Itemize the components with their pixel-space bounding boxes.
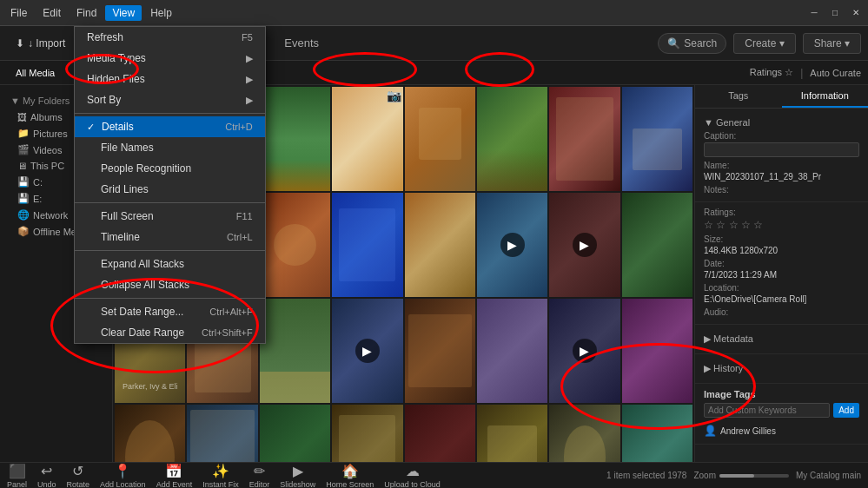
custom-keyword-input[interactable] bbox=[704, 403, 830, 418]
sidebar-item-albums[interactable]: 🖼 Albums bbox=[0, 109, 112, 125]
sidebar-item-c[interactable]: 💾 C: bbox=[0, 174, 112, 190]
sidebar-section-my-folders[interactable]: ▼ My Folders bbox=[0, 92, 112, 109]
photo-item[interactable] bbox=[549, 405, 620, 462]
photo-item[interactable] bbox=[405, 87, 475, 191]
menu-find[interactable]: Find bbox=[70, 5, 103, 21]
add-location-tool[interactable]: 📍 Add Location bbox=[100, 463, 146, 489]
menu-edit[interactable]: Edit bbox=[36, 5, 68, 21]
date-value: 7/1/2023 11:29 AM bbox=[704, 270, 859, 280]
photo-item[interactable]: ▶ bbox=[477, 193, 547, 297]
photo-item[interactable] bbox=[187, 193, 257, 297]
photo-item[interactable] bbox=[187, 299, 257, 403]
history-collapse[interactable]: ▶ History bbox=[704, 359, 859, 378]
photo-item[interactable] bbox=[622, 405, 692, 462]
sub-nav-all-media[interactable]: All Media bbox=[7, 66, 63, 80]
selected-count: 1 item selected bbox=[606, 471, 665, 480]
sidebar-item-offline[interactable]: 📦 Offline Media bbox=[0, 223, 112, 240]
sidebar-item-videos[interactable]: 🎬 Videos bbox=[0, 142, 112, 158]
instant-fix-tool[interactable]: ✨ Instant Fix bbox=[202, 463, 239, 489]
photo-item[interactable] bbox=[549, 87, 620, 191]
photo-item[interactable] bbox=[405, 193, 475, 297]
maximize-button[interactable]: □ bbox=[826, 4, 844, 22]
photo-item[interactable]: 📷 bbox=[332, 87, 402, 191]
zoom-label: Zoom bbox=[693, 471, 716, 480]
photo-item[interactable]: ▶ bbox=[115, 193, 185, 297]
add-tag-button[interactable]: Add bbox=[833, 403, 859, 418]
home-screen-label: Home Screen bbox=[326, 480, 374, 489]
photo-thumbnail bbox=[260, 299, 330, 403]
photo-item[interactable] bbox=[260, 405, 330, 462]
photo-item[interactable]: Awardees 202... Parker, Ivy & Eli bbox=[115, 299, 185, 403]
photo-thumbnail bbox=[477, 299, 547, 403]
photo-item[interactable]: ▶ bbox=[332, 299, 402, 403]
share-button[interactable]: Share ▾ bbox=[803, 33, 861, 54]
panel-tab-information[interactable]: Information bbox=[782, 85, 869, 108]
play-button[interactable]: ▶ bbox=[355, 339, 380, 363]
ratings-stars[interactable]: ☆ ☆ ☆ ☆ ☆ bbox=[704, 219, 859, 231]
main-area: ▼ My Folders 🖼 Albums 📁 Pictures 🎬 Video… bbox=[0, 85, 868, 462]
panel-tab-tags[interactable]: Tags bbox=[695, 85, 782, 108]
undo-tool[interactable]: ↩ Undo bbox=[37, 463, 56, 489]
photo-item[interactable] bbox=[260, 193, 330, 297]
auto-curate-toggle[interactable]: Auto Curate bbox=[810, 68, 861, 78]
tab-places[interactable]: Places bbox=[210, 31, 268, 55]
zoom-slider[interactable] bbox=[719, 474, 789, 478]
slideshow-tool[interactable]: ▶ Slideshow bbox=[280, 463, 315, 489]
general-section-header[interactable]: ▼ General bbox=[704, 114, 859, 131]
home-screen-tool[interactable]: 🏠 Home Screen bbox=[326, 463, 374, 489]
photo-item[interactable]: ▶ bbox=[549, 299, 620, 403]
photo-item[interactable] bbox=[405, 299, 475, 403]
editor-icon: ✏ bbox=[254, 463, 265, 479]
photo-item[interactable] bbox=[622, 87, 692, 191]
ratings-filter[interactable]: Ratings ☆ bbox=[750, 67, 793, 78]
photo-item[interactable] bbox=[260, 299, 330, 403]
editor-tool[interactable]: ✏ Editor bbox=[249, 463, 270, 489]
photo-thumbnail bbox=[187, 299, 257, 403]
photo-item[interactable] bbox=[622, 193, 692, 297]
search-button[interactable]: 🔍 Search bbox=[658, 33, 726, 54]
add-event-tool[interactable]: 📅 Add Event bbox=[156, 463, 193, 489]
photo-item[interactable] bbox=[187, 405, 257, 462]
sidebar-item-thispc[interactable]: 🖥 This PC bbox=[0, 158, 112, 174]
play-button[interactable]: ▶ bbox=[138, 233, 162, 257]
photo-item[interactable] bbox=[260, 87, 330, 191]
panel-tool[interactable]: ⬛ Panel bbox=[7, 463, 27, 489]
photo-item[interactable] bbox=[477, 87, 547, 191]
sidebar-item-network[interactable]: 🌐 Network bbox=[0, 207, 112, 223]
tab-media[interactable]: Media bbox=[89, 31, 143, 55]
photo-thumbnail bbox=[187, 87, 257, 191]
sidebar-item-e[interactable]: 💾 E: bbox=[0, 190, 112, 207]
menu-view[interactable]: View bbox=[105, 5, 142, 21]
metadata-collapse[interactable]: ▶ Metadata bbox=[704, 330, 859, 348]
photo-item[interactable]: Awardees 202... Parker, Ivy & Eli bbox=[115, 87, 185, 191]
history-section-header: ▶ History bbox=[695, 354, 868, 384]
sidebar-item-pictures[interactable]: 📁 Pictures bbox=[0, 125, 112, 142]
play-button[interactable]: ▶ bbox=[573, 233, 597, 257]
upload-tool[interactable]: ☁ Upload to Cloud bbox=[384, 463, 441, 489]
create-button[interactable]: Create ▾ bbox=[733, 33, 795, 54]
photo-item[interactable] bbox=[332, 405, 402, 462]
photo-thumbnail bbox=[622, 87, 692, 191]
minimize-button[interactable]: ─ bbox=[805, 4, 823, 22]
tab-people[interactable]: People bbox=[148, 31, 207, 55]
photo-item[interactable] bbox=[187, 87, 257, 191]
photo-item[interactable] bbox=[405, 405, 475, 462]
folder-expand-icon: ▼ bbox=[10, 96, 20, 106]
photo-item[interactable] bbox=[332, 193, 402, 297]
caption-input[interactable] bbox=[704, 142, 859, 157]
rotate-tool[interactable]: ↺ Rotate bbox=[67, 463, 90, 489]
photo-item[interactable] bbox=[115, 405, 185, 462]
photo-item[interactable] bbox=[477, 299, 547, 403]
photo-item[interactable]: ▶ bbox=[549, 193, 620, 297]
play-button[interactable]: ▶ bbox=[573, 339, 597, 363]
photo-item[interactable] bbox=[477, 405, 547, 462]
play-button[interactable]: ▶ bbox=[500, 233, 525, 257]
tab-events[interactable]: Events bbox=[272, 31, 331, 55]
close-button[interactable]: ✕ bbox=[847, 4, 865, 22]
menu-help[interactable]: Help bbox=[143, 5, 179, 21]
person-name: Andrew Gillies bbox=[720, 426, 776, 436]
menu-file[interactable]: File bbox=[3, 5, 34, 21]
photo-item[interactable] bbox=[622, 299, 692, 403]
import-button[interactable]: ⬇ ↓ Import bbox=[7, 34, 74, 53]
photo-thumbnail bbox=[622, 193, 692, 297]
